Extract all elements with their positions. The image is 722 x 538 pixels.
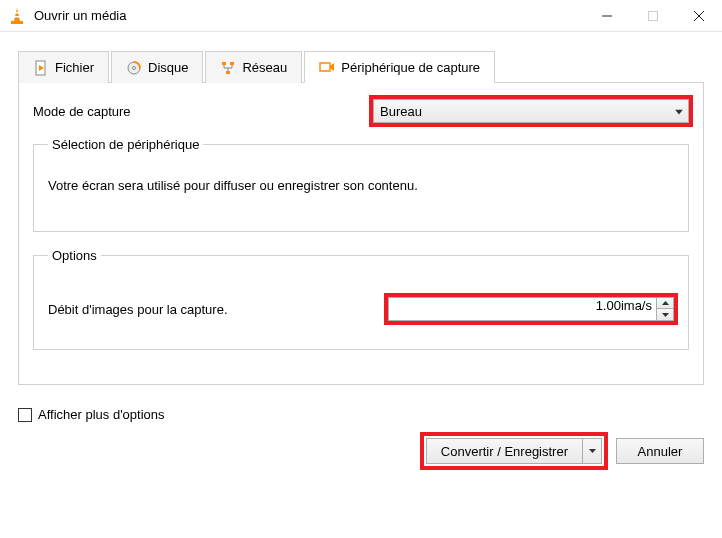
svg-rect-12 [230, 62, 234, 65]
fps-step-up[interactable] [657, 298, 673, 309]
tab-label: Périphérique de capture [341, 60, 480, 75]
tab-disc[interactable]: Disque [111, 51, 203, 83]
svg-marker-22 [662, 313, 669, 317]
tab-label: Fichier [55, 60, 94, 75]
options-legend: Options [48, 248, 101, 263]
tab-panel: Mode de capture Bureau Sélection de péri… [18, 83, 704, 385]
tab-network[interactable]: Réseau [205, 51, 302, 83]
window-title: Ouvrir un média [34, 8, 584, 23]
convert-save-split-button: Convertir / Enregistrer [426, 438, 602, 464]
show-more-options-row[interactable]: Afficher plus d'options [18, 407, 704, 422]
options-group: Options Débit d'images pour la capture. … [33, 248, 689, 350]
disc-icon [126, 60, 142, 76]
svg-point-10 [133, 66, 136, 69]
button-row: Convertir / Enregistrer Annuler [18, 436, 704, 466]
svg-marker-21 [662, 301, 669, 305]
tabs: Fichier Disque Réseau Périphérique de ca… [18, 50, 704, 83]
close-button[interactable] [676, 0, 722, 32]
tab-file[interactable]: Fichier [18, 51, 109, 83]
svg-rect-2 [15, 16, 20, 18]
convert-save-button[interactable]: Convertir / Enregistrer [426, 438, 582, 464]
fps-label: Débit d'images pour la capture. [48, 302, 388, 317]
show-more-options-checkbox[interactable] [18, 408, 32, 422]
svg-rect-18 [320, 63, 330, 71]
dialog-content: Fichier Disque Réseau Périphérique de ca… [0, 32, 722, 397]
fps-spinner[interactable]: 1.00ima/s [388, 297, 674, 321]
svg-marker-20 [675, 110, 683, 115]
device-selection-text: Votre écran sera utilisé pour diffuser o… [48, 172, 674, 207]
show-more-options-label: Afficher plus d'options [38, 407, 165, 422]
svg-rect-1 [15, 12, 19, 14]
device-selection-legend: Sélection de périphérique [48, 137, 203, 152]
titlebar: Ouvrir un média [0, 0, 722, 32]
capture-mode-row: Mode de capture Bureau [33, 99, 689, 123]
tab-label: Disque [148, 60, 188, 75]
capture-mode-value: Bureau [380, 104, 422, 119]
fps-value[interactable]: 1.00ima/s [388, 297, 657, 321]
svg-marker-23 [589, 449, 596, 453]
svg-rect-0 [11, 21, 23, 24]
svg-rect-11 [222, 62, 226, 65]
fps-row: Débit d'images pour la capture. 1.00ima/… [48, 297, 674, 321]
tab-capture-device[interactable]: Périphérique de capture [304, 51, 495, 83]
device-selection-group: Sélection de périphérique Votre écran se… [33, 137, 689, 232]
chevron-down-icon [675, 104, 683, 119]
tab-label: Réseau [242, 60, 287, 75]
capture-mode-label: Mode de capture [33, 104, 373, 119]
fps-spinner-buttons [657, 297, 674, 321]
svg-rect-4 [649, 11, 658, 20]
capture-mode-highlight: Bureau [373, 99, 689, 123]
dialog-footer: Afficher plus d'options Convertir / Enre… [0, 397, 722, 466]
svg-rect-13 [226, 71, 230, 74]
cancel-button[interactable]: Annuler [616, 438, 704, 464]
minimize-button[interactable] [584, 0, 630, 32]
fps-highlight: 1.00ima/s [388, 297, 674, 321]
maximize-button[interactable] [630, 0, 676, 32]
capture-mode-select[interactable]: Bureau [373, 99, 689, 123]
convert-save-dropdown[interactable] [582, 438, 602, 464]
capture-icon [319, 59, 335, 75]
file-icon [33, 60, 49, 76]
fps-step-down[interactable] [657, 309, 673, 320]
network-icon [220, 60, 236, 76]
vlc-icon [8, 7, 26, 25]
convert-highlight: Convertir / Enregistrer [424, 436, 604, 466]
